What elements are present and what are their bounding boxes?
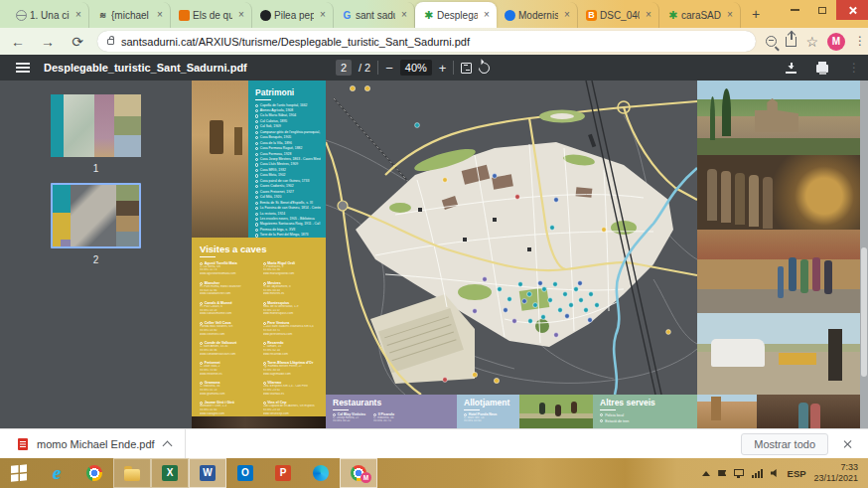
tab-close-icon[interactable]: × xyxy=(72,9,84,21)
marker-dot-icon xyxy=(255,169,258,172)
taskbar-app-button[interactable]: O xyxy=(226,458,264,488)
marker-dot-icon xyxy=(255,185,258,188)
minimize-button[interactable] xyxy=(781,0,808,20)
tab-label: caraSADURN xyxy=(681,10,721,21)
cave-entry: Montesquius Rbla. de la Generalitat, 1-9… xyxy=(263,301,321,317)
tab-close-icon[interactable]: × xyxy=(317,9,329,21)
chrome-profile-badge: M xyxy=(361,472,371,483)
forward-button[interactable]: → xyxy=(36,30,60,54)
clock-time: 7:33 xyxy=(814,462,858,473)
clock[interactable]: 7:33 23/11/2021 xyxy=(814,462,858,484)
zoom-in-button[interactable]: + xyxy=(439,61,447,76)
tab-favicon-icon xyxy=(505,10,515,21)
rotate-icon[interactable] xyxy=(477,60,493,76)
clock-date: 23/11/2021 xyxy=(814,473,858,484)
tab-close-icon[interactable]: × xyxy=(724,9,736,21)
network-monitor-icon[interactable] xyxy=(734,469,744,476)
pdf-toolbar: Desplegable_turistic_Sant_Sadurni.pdf 2 … xyxy=(0,55,868,81)
bookmark-star-icon[interactable]: ☆ xyxy=(805,36,818,48)
download-bar-close-icon[interactable] xyxy=(842,439,852,449)
cave-entry: Jaume Giró i Giró Montaner i Oller, 1-3 … xyxy=(200,401,257,416)
browser-tab[interactable]: ✱ Desplegable × xyxy=(415,2,497,28)
download-separator xyxy=(185,429,186,459)
taskbar-app-button[interactable]: e xyxy=(38,458,75,488)
taskbar-app-button[interactable]: P xyxy=(264,458,302,488)
restaurants-panel: Restaurants Cal Blay Vinticinc C. Josep … xyxy=(326,395,457,428)
zoom-level[interactable]: 40% xyxy=(400,60,432,76)
zoom-indicator-icon[interactable] xyxy=(766,36,777,47)
tab-close-icon[interactable]: × xyxy=(643,9,654,21)
marker-dot-icon xyxy=(255,158,258,161)
tab-close-icon[interactable]: × xyxy=(398,9,410,21)
download-caret-icon[interactable] xyxy=(162,440,172,450)
marker-dot-icon xyxy=(255,202,258,205)
tray-expand-icon[interactable] xyxy=(702,471,710,476)
browser-tab[interactable]: ≋ {michael {en × xyxy=(89,2,171,28)
volume-icon[interactable] xyxy=(771,469,780,477)
browser-tab[interactable]: 1. Una ciuda × xyxy=(8,2,89,28)
fit-page-icon[interactable] xyxy=(461,63,472,74)
new-tab-button[interactable]: + xyxy=(745,4,767,26)
zoom-out-button[interactable]: − xyxy=(385,61,393,76)
page-number-input[interactable]: 2 xyxy=(336,60,352,76)
marker-dot-icon xyxy=(255,213,258,216)
photo-cyclists xyxy=(519,395,593,428)
cave-entry: Celler Vell Cava Partida Mas Solanes, s/… xyxy=(200,321,257,337)
browser-tab[interactable]: B DSC_0408.J × xyxy=(578,2,659,28)
download-icon[interactable] xyxy=(786,63,796,74)
browser-menu-icon[interactable]: ⋮ xyxy=(854,39,860,44)
patrimoni-panel: Patrimoni Capella de l'antic hospital, 1… xyxy=(248,81,326,238)
tab-favicon-icon: ✱ xyxy=(667,10,678,21)
restaurants-list: Cal Blay Vinticinc C. Josep Rovira, 27 9… xyxy=(333,412,452,424)
app-icon: X xyxy=(162,465,178,481)
close-button[interactable] xyxy=(836,0,868,20)
pdf-scrollbar[interactable] xyxy=(860,81,868,428)
download-bar: momo Michael Ende.pdf Mostrar todo xyxy=(0,428,868,458)
pdf-menu-icon[interactable] xyxy=(16,63,30,73)
taskbar-app-button[interactable]: W xyxy=(189,458,226,488)
maximize-button[interactable] xyxy=(808,0,836,20)
browser-tab[interactable]: Modernisme × xyxy=(497,2,578,28)
taskbar-app-button[interactable] xyxy=(302,458,340,488)
system-tray: ESP 7:33 23/11/2021 xyxy=(702,462,868,484)
action-center-flag-icon[interactable] xyxy=(718,470,726,476)
download-item[interactable]: momo Michael Ende.pdf xyxy=(0,429,185,458)
browser-tab[interactable]: G sant sadurni × xyxy=(334,2,415,28)
reload-button[interactable]: ⟳ xyxy=(66,30,89,54)
tab-close-icon[interactable]: × xyxy=(481,9,493,21)
marker-dot-icon xyxy=(255,207,258,210)
browser-tab[interactable]: Els de quart × xyxy=(171,2,252,28)
tab-close-icon[interactable]: × xyxy=(154,9,166,21)
service-item: Estació de tren xyxy=(600,418,692,424)
share-icon[interactable] xyxy=(786,37,796,47)
tab-close-icon[interactable]: × xyxy=(561,9,573,21)
cave-entry: Canals & Munné Pl. Pau Casals, 6 93 891 … xyxy=(200,301,257,317)
taskbar-app-button[interactable] xyxy=(113,458,151,488)
taskbar-app-button[interactable]: X xyxy=(151,458,189,488)
profile-avatar[interactable]: M xyxy=(827,33,845,51)
address-bar[interactable]: santsadurni.cat/ARXIUS/turisme/Desplegab… xyxy=(97,31,756,52)
browser-tab[interactable]: ✱ caraSADURN × xyxy=(659,2,741,28)
browser-tab[interactable]: Pilea pepero × xyxy=(252,2,334,28)
tab-label: {michael {en xyxy=(111,10,151,21)
marker-dot-icon xyxy=(255,109,258,112)
marker-dot-icon xyxy=(255,131,258,134)
photo-giants-museum xyxy=(697,155,860,230)
tab-close-icon[interactable]: × xyxy=(235,9,247,21)
language-indicator[interactable]: ESP xyxy=(788,468,806,479)
scrollbar-thumb[interactable] xyxy=(861,247,867,377)
back-button[interactable]: ← xyxy=(6,30,30,54)
show-all-button[interactable]: Mostrar todo xyxy=(741,433,828,455)
print-icon[interactable] xyxy=(816,65,828,73)
taskbar-app-button[interactable] xyxy=(0,458,38,488)
taskbar-app-button[interactable] xyxy=(75,458,113,488)
pdf-more-menu-icon[interactable]: ⋮ xyxy=(848,66,854,71)
allotjament-title: Allotjament xyxy=(464,398,514,410)
tab-label: DSC_0408.J xyxy=(600,10,640,21)
wifi-signal-icon[interactable] xyxy=(752,469,762,478)
thumbnail-page-2[interactable]: 2 xyxy=(51,183,141,265)
tab-favicon-icon: G xyxy=(342,10,353,21)
tab-label: Pilea pepero xyxy=(274,10,314,21)
taskbar-app-button[interactable]: M xyxy=(340,458,377,488)
thumbnail-page-1[interactable]: 1 xyxy=(51,94,141,174)
